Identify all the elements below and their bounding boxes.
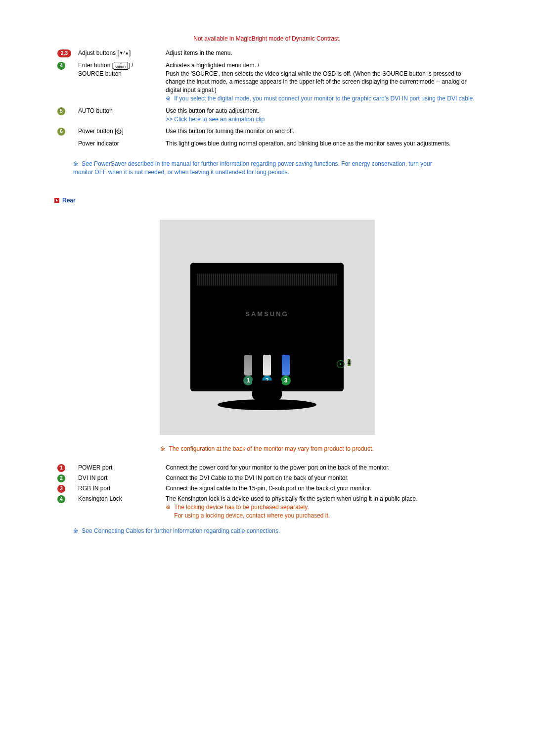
monitor-stand-base xyxy=(218,399,316,410)
power-cable-icon xyxy=(244,355,252,376)
power-icon: ⏻ xyxy=(116,128,122,134)
monitor-rear-image: SAMSUNG 1 2 3 ● xyxy=(54,220,480,435)
rear-config-note: The configuration at the back of the mon… xyxy=(169,445,373,452)
locking-device-note-1: The locking device has to be purchased s… xyxy=(174,504,309,511)
dvi-in-desc: Connect the DVI Cable to the DVI IN port… xyxy=(163,473,480,483)
play-triangle-icon xyxy=(54,198,59,203)
rear-section-heading: Rear xyxy=(54,196,480,205)
kensington-callout: ● 4 xyxy=(348,359,357,369)
enter-source-desc: Activates a highlighted menu item. / Pus… xyxy=(163,59,480,105)
note-mark-icon: ※ xyxy=(73,160,80,168)
enter-source-label: Enter button [⏎SOURCE] / SOURCE button xyxy=(75,59,163,105)
auto-button-label: AUTO button xyxy=(75,105,163,126)
digital-mode-note: If you select the digital mode, you must… xyxy=(174,95,474,102)
rear-config-note-block: ※ The configuration at the back of the m… xyxy=(54,445,480,453)
power-port-desc: Connect the power cord for your monitor … xyxy=(163,463,480,473)
power-port-callout: 1 xyxy=(243,376,253,385)
monitor-stand-neck xyxy=(252,380,282,400)
kensington-desc: The Kensington lock is a device used to … xyxy=(163,494,480,520)
dvi-cable-icon xyxy=(263,355,271,376)
monitor-body: SAMSUNG 1 2 3 xyxy=(190,263,344,391)
rear-ports-table: 1 POWER port Connect the power cord for … xyxy=(54,463,480,520)
powersaver-note: See PowerSaver described in the manual f… xyxy=(73,160,432,176)
rgb-in-row: 3 RGB IN port Connect the signal cable t… xyxy=(54,483,480,494)
badge-2-3: 2,3 xyxy=(57,49,71,57)
down-up-arrow-icon: ▼/▲ xyxy=(119,50,129,56)
port-badge-3: 3 xyxy=(281,376,291,385)
rgb-in-label: RGB IN port xyxy=(75,483,163,494)
adjust-buttons-desc: Adjust items in the menu. xyxy=(163,47,480,59)
note-mark-icon: ※ xyxy=(166,94,173,103)
enter-source-icon: ⏎SOURCE xyxy=(114,62,128,70)
locking-device-note-2: For using a locking device, contact wher… xyxy=(174,512,330,519)
power-port-label: POWER port xyxy=(75,463,163,473)
power-indicator-row: Power indicator This light glows blue du… xyxy=(54,138,480,150)
badge-5: 5 xyxy=(57,107,65,115)
adjust-buttons-row: 2,3 Adjust buttons [▼/▲] Adjust items in… xyxy=(54,47,480,59)
powersaver-note-block: ※ See PowerSaver described in the manual… xyxy=(73,160,434,177)
monitor-vents xyxy=(196,274,338,285)
badge-3-rear: 3 xyxy=(57,485,65,493)
monitor-rear-bg: SAMSUNG 1 2 3 ● xyxy=(160,220,375,435)
power-button-desc: Use this button for turning the monitor … xyxy=(163,125,480,138)
dvi-in-label: DVI IN port xyxy=(75,473,163,483)
power-button-label: Power button [⏻] xyxy=(75,125,163,138)
animation-clip-link[interactable]: >> Click here to see an animation clip xyxy=(166,116,265,123)
power-indicator-label: Power indicator xyxy=(75,138,163,150)
port-badge-1: 1 xyxy=(243,376,253,385)
magicbright-warning: Not available in MagicBright mode of Dyn… xyxy=(54,35,480,43)
badge-2-rear: 2 xyxy=(57,474,65,482)
brand-logo: SAMSUNG xyxy=(190,310,344,319)
auto-button-desc: Use this button for auto adjustment. >> … xyxy=(163,105,480,126)
see-connecting-cables-block: ※ See Connecting Cables for further info… xyxy=(73,527,480,535)
manual-page: Not available in MagicBright mode of Dyn… xyxy=(0,0,534,756)
power-button-row: 6 Power button [⏻] Use this button for t… xyxy=(54,125,480,138)
note-mark-icon: ※ xyxy=(166,503,173,512)
rgb-in-desc: Connect the signal cable to the 15-pin, … xyxy=(163,483,480,494)
power-indicator-desc: This light glows blue during normal oper… xyxy=(163,138,480,150)
kensington-row: 4 Kensington Lock The Kensington lock is… xyxy=(54,494,480,520)
badge-6: 6 xyxy=(57,128,65,136)
badge-4-rear: 4 xyxy=(57,495,65,503)
rgb-cable-icon xyxy=(282,355,290,376)
auto-button-row: 5 AUTO button Use this button for auto a… xyxy=(54,105,480,126)
note-mark-icon: ※ xyxy=(160,445,165,453)
kensington-slot-icon: ● xyxy=(337,360,345,368)
connecting-cables-link[interactable]: Connecting Cables xyxy=(94,527,144,534)
badge-4: 4 xyxy=(57,62,65,70)
enter-source-row: 4 Enter button [⏎SOURCE] / SOURCE button… xyxy=(54,59,480,105)
dvi-in-row: 2 DVI IN port Connect the DVI Cable to t… xyxy=(54,473,480,483)
adjust-buttons-label: Adjust buttons [▼/▲] xyxy=(75,47,163,59)
kensington-label: Kensington Lock xyxy=(75,494,163,520)
power-port-row: 1 POWER port Connect the power cord for … xyxy=(54,463,480,473)
note-mark-icon: ※ xyxy=(73,527,80,535)
badge-1-rear: 1 xyxy=(57,464,65,472)
front-controls-table: 2,3 Adjust buttons [▼/▲] Adjust items in… xyxy=(54,47,480,150)
port-badge-4: 4 xyxy=(348,359,351,366)
rgb-port-callout: 3 xyxy=(281,376,291,385)
